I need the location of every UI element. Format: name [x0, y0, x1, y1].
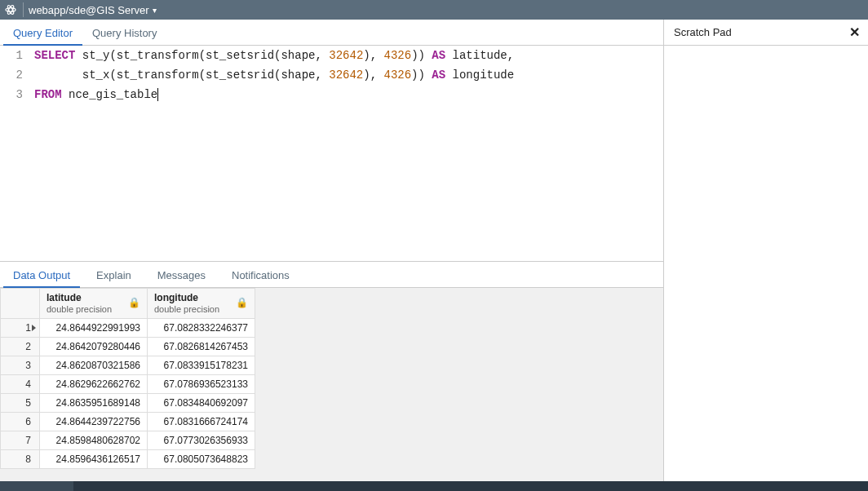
- table-row[interactable]: 224.864207928044667.0826814267453: [1, 338, 255, 356]
- cell-latitude[interactable]: 24.8629622662762: [40, 375, 148, 394]
- lock-icon: 🔒: [236, 297, 248, 308]
- column-header-longitude[interactable]: longitude double precision 🔒: [148, 289, 255, 319]
- cell-latitude[interactable]: 24.8644239722756: [40, 413, 148, 431]
- cell-longitude[interactable]: 67.0805073648823: [148, 450, 255, 469]
- tab-data-output[interactable]: Data Output: [3, 264, 80, 287]
- column-header-latitude[interactable]: latitude double precision 🔒: [40, 289, 148, 319]
- cell-latitude[interactable]: 24.8598480628702: [40, 431, 148, 450]
- tab-messages[interactable]: Messages: [148, 264, 215, 287]
- connection-label[interactable]: webapp/sde@GIS Server: [29, 4, 149, 16]
- cell-longitude[interactable]: 67.0786936523133: [148, 375, 255, 394]
- cell-latitude[interactable]: 24.8644922991993: [40, 319, 148, 338]
- tab-query-history[interactable]: Query History: [82, 22, 166, 45]
- app-icon: [3, 2, 18, 17]
- cell-latitude[interactable]: 24.8620870321586: [40, 356, 148, 375]
- editor-tabs: Query Editor Query History: [0, 20, 663, 46]
- cell-latitude[interactable]: 24.8596436126517: [40, 450, 148, 469]
- cell-longitude[interactable]: 67.0833915178231: [148, 356, 255, 375]
- close-icon[interactable]: ✕: [849, 24, 860, 40]
- table-row[interactable]: 724.859848062870267.0773026356933: [1, 431, 255, 450]
- row-number[interactable]: 3: [1, 356, 40, 375]
- table-row[interactable]: 124.864492299199367.0828332246377: [1, 319, 255, 338]
- table-row[interactable]: 424.862962266276267.0786936523133: [1, 375, 255, 394]
- sql-editor[interactable]: 1 2 3 SELECT st_y(st_transform(st_setsri…: [0, 46, 663, 261]
- tab-explain[interactable]: Explain: [86, 264, 141, 287]
- scratch-pad-title: Scratch Pad: [674, 26, 732, 38]
- svg-point-0: [6, 8, 16, 12]
- line-gutter: 1 2 3: [0, 46, 31, 261]
- table-row[interactable]: 624.864423972275667.0831666724174: [1, 413, 255, 431]
- cell-longitude[interactable]: 67.0773026356933: [148, 431, 255, 450]
- table-row[interactable]: 824.859643612651767.0805073648823: [1, 450, 255, 469]
- results-panel: Data Output Explain Messages Notificatio…: [0, 261, 663, 481]
- row-number[interactable]: 7: [1, 431, 40, 450]
- tab-query-editor[interactable]: Query Editor: [3, 22, 82, 45]
- table-row[interactable]: 524.863595168914867.0834840692097: [1, 394, 255, 413]
- title-bar: webapp/sde@GIS Server ▾: [0, 0, 868, 20]
- scratch-pad-panel: Scratch Pad ✕: [664, 20, 868, 481]
- row-number[interactable]: 2: [1, 338, 40, 356]
- cell-longitude[interactable]: 67.0831666724174: [148, 413, 255, 431]
- cell-latitude[interactable]: 24.8642079280446: [40, 338, 148, 356]
- cell-longitude[interactable]: 67.0834840692097: [148, 394, 255, 413]
- row-number[interactable]: 5: [1, 394, 40, 413]
- table-row[interactable]: 324.862087032158667.0833915178231: [1, 356, 255, 375]
- lock-icon: 🔒: [128, 297, 140, 308]
- row-number[interactable]: 6: [1, 413, 40, 431]
- row-number[interactable]: 8: [1, 450, 40, 469]
- cell-longitude[interactable]: 67.0826814267453: [148, 338, 255, 356]
- tab-notifications[interactable]: Notifications: [222, 264, 299, 287]
- row-number[interactable]: 4: [1, 375, 40, 394]
- row-number[interactable]: 1: [1, 319, 40, 338]
- results-grid[interactable]: latitude double precision 🔒 longitude do…: [0, 288, 663, 481]
- results-tabs: Data Output Explain Messages Notificatio…: [0, 262, 663, 288]
- row-number-header: [1, 289, 40, 319]
- chevron-down-icon[interactable]: ▾: [153, 6, 157, 15]
- cell-longitude[interactable]: 67.0828332246377: [148, 319, 255, 338]
- separator: [23, 2, 24, 17]
- status-bar: [0, 481, 868, 491]
- cell-latitude[interactable]: 24.8635951689148: [40, 394, 148, 413]
- code-area[interactable]: SELECT st_y(st_transform(st_setsrid(shap…: [31, 46, 663, 261]
